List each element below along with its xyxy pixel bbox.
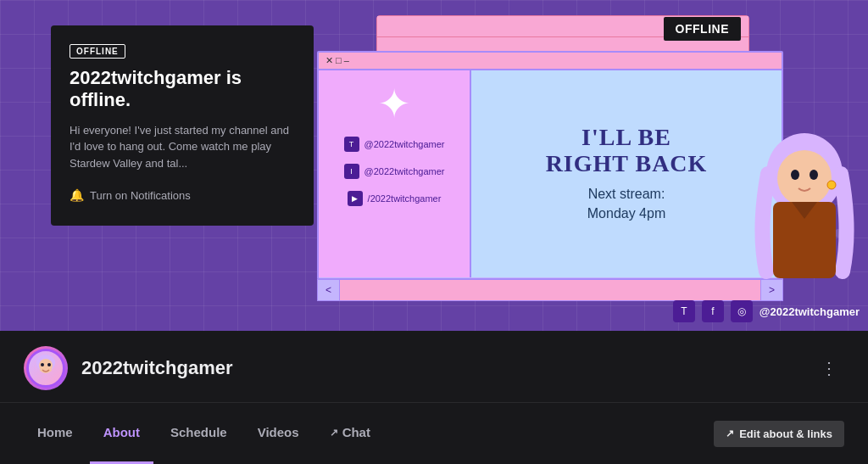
nav-tabs: Home About Schedule Videos ↗ Chat ↗ Edit…: [0, 402, 868, 464]
facebook-bottom-icon: f: [702, 300, 724, 322]
right-back-text: I'LL BE RIGHT BACK: [546, 125, 708, 177]
notifications-label: Turn on Notifications: [90, 189, 191, 202]
offline-label-right: OFFLINE: [664, 17, 741, 41]
tab-home-label: Home: [37, 425, 73, 439]
svg-point-1: [777, 150, 832, 206]
scroll-left-button[interactable]: <: [318, 280, 340, 300]
main-window-titlebar: ✕ □ –: [319, 53, 782, 70]
social-link-youtube: ▶ /2022twitchgamer: [348, 191, 442, 206]
left-panel: ✦ T @2022twitchgamer I @2022twitchgamer …: [319, 70, 471, 277]
tab-home[interactable]: Home: [24, 403, 86, 464]
offline-title: 2022twitchgamer is offline.: [70, 67, 295, 112]
main-window: ✕ □ – ✦ T @2022twitchgamer I @2022twitch…: [317, 51, 783, 280]
instagram-icon: I: [344, 164, 359, 179]
edit-about-button[interactable]: ↗ Edit about & links: [714, 421, 844, 447]
tab-videos-label: Videos: [258, 425, 299, 439]
tab-videos[interactable]: Videos: [244, 403, 313, 464]
channel-name: 2022twitchgamer: [81, 357, 800, 379]
hero-section: OFFLINE 2022twitchgamer is offline. Hi e…: [0, 0, 868, 331]
next-stream-info: Next stream: Monday 4pm: [587, 185, 666, 223]
tab-schedule[interactable]: Schedule: [157, 403, 241, 464]
channel-header: 2022twitchgamer ⋮: [0, 331, 868, 399]
avatar-image: [26, 349, 65, 388]
twitter-icon: T: [344, 137, 359, 152]
edit-about-label: Edit about & links: [739, 428, 832, 440]
tab-about[interactable]: About: [90, 403, 153, 464]
window-scrollbar[interactable]: < >: [317, 279, 783, 301]
youtube-handle: /2022twitchgamer: [368, 193, 442, 204]
twitter-bottom-icon: T: [673, 300, 695, 322]
twitter-handle: @2022twitchgamer: [364, 139, 445, 149]
main-window-body: ✦ T @2022twitchgamer I @2022twitchgamer …: [319, 70, 782, 277]
instagram-handle: @2022twitchgamer: [364, 166, 445, 176]
svg-point-5: [827, 181, 836, 189]
bottom-bar: 2022twitchgamer ⋮ Home About Schedule Vi…: [0, 331, 868, 464]
external-link-icon: ↗: [330, 427, 338, 439]
bell-icon: 🔔: [70, 188, 84, 202]
character-illustration: [749, 127, 860, 297]
offline-card: OFFLINE 2022twitchgamer is offline. Hi e…: [51, 25, 314, 226]
social-link-instagram: I @2022twitchgamer: [344, 164, 445, 179]
social-link-twitter: T @2022twitchgamer: [344, 137, 445, 152]
tab-schedule-label: Schedule: [170, 425, 227, 439]
window-controls: ✕ □ –: [326, 55, 349, 66]
youtube-icon: ▶: [348, 191, 363, 206]
sparkle-decoration: ✦: [377, 84, 411, 125]
svg-point-2: [791, 170, 799, 180]
offline-description: Hi everyone! I've just started my channe…: [70, 122, 295, 172]
svg-point-9: [41, 363, 44, 366]
instagram-bottom-icon: ◎: [731, 300, 753, 322]
right-panel: I'LL BE RIGHT BACK Next stream: Monday 4…: [471, 70, 782, 277]
notifications-button[interactable]: 🔔 Turn on Notifications: [70, 188, 295, 202]
bottom-handle: @2022twitchgamer: [760, 305, 860, 318]
svg-point-10: [47, 363, 51, 366]
tab-chat-label: Chat: [342, 425, 370, 439]
social-bottom-bar: T f ◎ @2022twitchgamer: [673, 300, 860, 322]
avatar: [24, 346, 68, 390]
offline-badge: OFFLINE: [70, 44, 125, 59]
right-visual-area: 2tw ✕ OFFLINE ✕ □ – ✦ T @2022twitchgamer: [309, 0, 868, 331]
edit-icon: ↗: [726, 428, 734, 439]
tab-chat[interactable]: ↗ Chat: [316, 403, 384, 464]
svg-point-3: [810, 170, 818, 180]
more-options-button[interactable]: ⋮: [814, 355, 844, 382]
tab-about-label: About: [103, 425, 140, 439]
